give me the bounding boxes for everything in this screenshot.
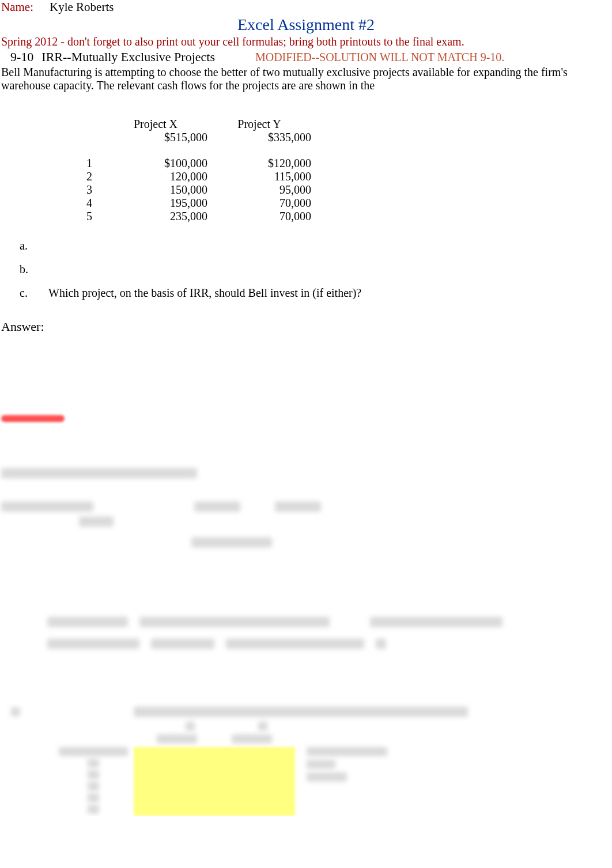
assignment-title: Excel Assignment #2 bbox=[0, 16, 612, 34]
initial-y: $335,000 bbox=[207, 131, 311, 144]
blurred-text bbox=[88, 793, 99, 802]
year-cell: 5 bbox=[75, 210, 104, 223]
q-text bbox=[48, 239, 612, 252]
blurred-text bbox=[88, 782, 99, 791]
blurred-text bbox=[134, 707, 468, 717]
blurred-text bbox=[191, 537, 272, 548]
redacted-bar bbox=[1, 415, 65, 422]
table-header-row: Project X Project Y bbox=[75, 118, 311, 131]
question-b: b. bbox=[20, 263, 612, 276]
x-cell: 195,000 bbox=[104, 197, 207, 210]
problem-title: IRR--Mutually Exclusive Projects bbox=[41, 50, 215, 65]
table-row: 5 235,000 70,000 bbox=[75, 210, 311, 223]
year-cell: 3 bbox=[75, 183, 104, 197]
blurred-text bbox=[139, 617, 330, 627]
y-cell: 70,000 bbox=[207, 197, 311, 210]
q-text: Which project, on the basis of IRR, shou… bbox=[48, 286, 612, 300]
blurred-text bbox=[151, 639, 214, 649]
y-cell: 95,000 bbox=[207, 183, 311, 197]
year-cell: 1 bbox=[75, 157, 104, 170]
table-row: 2 120,000 115,000 bbox=[75, 170, 311, 183]
initial-investment-row: $515,000 $335,000 bbox=[75, 131, 311, 144]
blurred-text bbox=[1, 707, 30, 716]
term-note: Spring 2012 - don't forget to also print… bbox=[0, 35, 612, 48]
blurred-text bbox=[157, 734, 197, 744]
question-c: c. Which project, on the basis of IRR, s… bbox=[20, 286, 612, 300]
q-letter: a. bbox=[20, 239, 48, 252]
q-letter: b. bbox=[20, 263, 48, 276]
name-label: Name: bbox=[1, 0, 33, 14]
blurred-text bbox=[307, 747, 387, 756]
blurred-text bbox=[376, 639, 386, 649]
year-cell: 2 bbox=[75, 170, 104, 183]
blurred-text bbox=[1, 501, 93, 512]
blurred-text bbox=[232, 734, 272, 744]
table-row: 1 $100,000 $120,000 bbox=[75, 157, 311, 170]
initial-x: $515,000 bbox=[104, 131, 207, 144]
q-letter: c. bbox=[20, 286, 48, 300]
blurred-text bbox=[88, 770, 99, 779]
cashflow-table: Project X Project Y $515,000 $335,000 1 … bbox=[75, 118, 311, 223]
blurred-text bbox=[88, 758, 99, 768]
x-cell: $100,000 bbox=[104, 157, 207, 170]
x-cell: 235,000 bbox=[104, 210, 207, 223]
blurred-solution-table bbox=[59, 722, 611, 816]
blurred-text bbox=[186, 722, 195, 731]
q-text bbox=[48, 263, 612, 276]
problem-description: Bell Manufacturing is attempting to choo… bbox=[0, 66, 612, 92]
blurred-text bbox=[275, 501, 321, 512]
question-a: a. bbox=[20, 239, 612, 252]
blurred-text bbox=[370, 617, 503, 627]
project-y-header: Project Y bbox=[207, 118, 311, 131]
blurred-text bbox=[59, 747, 128, 756]
blurred-text bbox=[307, 772, 347, 782]
x-cell: 120,000 bbox=[104, 170, 207, 183]
blurred-text bbox=[226, 639, 364, 649]
modified-note: MODIFIED--SOLUTION WILL NOT MATCH 9-10. bbox=[255, 51, 504, 64]
blurred-text bbox=[47, 617, 128, 627]
blurred-text bbox=[1, 468, 197, 478]
problem-number: 9-10 bbox=[10, 50, 33, 65]
project-x-header: Project X bbox=[104, 118, 207, 131]
name-value: Kyle Roberts bbox=[50, 0, 114, 14]
year-cell: 4 bbox=[75, 197, 104, 210]
y-cell: 70,000 bbox=[207, 210, 311, 223]
y-cell: $120,000 bbox=[207, 157, 311, 170]
answer-label: Answer: bbox=[0, 319, 612, 334]
table-row: 4 195,000 70,000 bbox=[75, 197, 311, 210]
redacted-content bbox=[0, 415, 612, 816]
y-cell: 115,000 bbox=[207, 170, 311, 183]
questions-block: a. b. c. Which project, on the basis of … bbox=[0, 239, 612, 300]
blurred-text bbox=[258, 722, 267, 731]
blurred-text bbox=[88, 805, 99, 814]
highlighted-cells bbox=[134, 747, 295, 816]
x-cell: 150,000 bbox=[104, 183, 207, 197]
blurred-text bbox=[307, 760, 335, 769]
blurred-text bbox=[79, 516, 114, 527]
blurred-text bbox=[194, 501, 240, 512]
table-row: 3 150,000 95,000 bbox=[75, 183, 311, 197]
blurred-text bbox=[47, 639, 139, 649]
